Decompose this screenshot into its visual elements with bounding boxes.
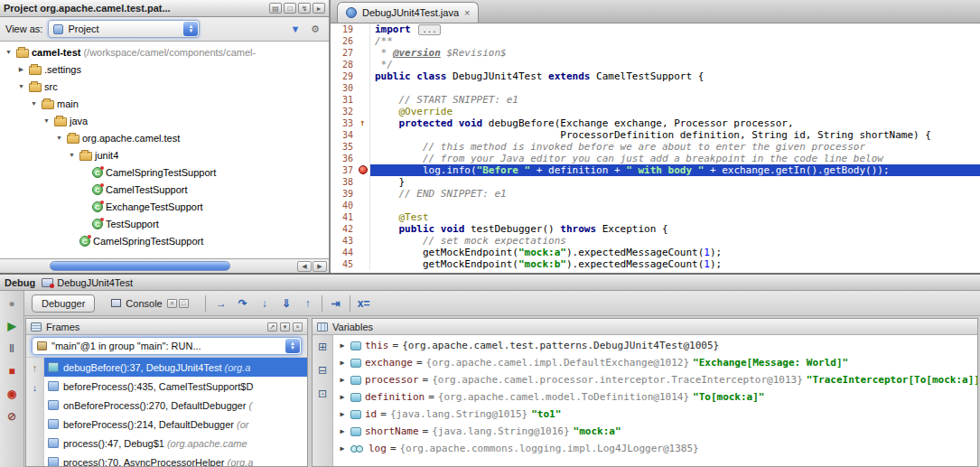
settings-icon[interactable]: ● xyxy=(4,295,20,311)
evaluate-expression-icon[interactable]: x= xyxy=(356,295,372,312)
chevron-down-icon[interactable]: ▼ xyxy=(54,135,64,141)
code-line[interactable]: 34 ProcessorDefinition definition, Strin… xyxy=(331,129,980,141)
tree-item[interactable]: CTestSupport xyxy=(0,215,329,232)
tree-item[interactable]: ▼src xyxy=(0,78,329,95)
pin-icon[interactable]: ≡ xyxy=(167,299,177,308)
code-line[interactable]: 28 */ xyxy=(331,59,980,70)
chevron-right-icon[interactable]: ▶ xyxy=(338,376,347,384)
code-line[interactable]: 19import ... xyxy=(331,23,980,35)
filter-icon[interactable]: ▼ xyxy=(287,22,303,36)
stack-frame-row[interactable]: beforeProcess():435, CamelTestSupport$D xyxy=(44,377,307,396)
variable-row[interactable]: ▶this = {org.apache.camel.test.patterns.… xyxy=(333,337,977,354)
show-watches-icon[interactable]: ⊞ xyxy=(315,340,330,354)
frame-up-icon[interactable]: ↑ xyxy=(28,360,42,374)
tree-item[interactable]: ▼java xyxy=(0,112,329,129)
override-arrow-icon[interactable]: ↑ xyxy=(359,117,365,128)
variable-row[interactable]: ▶exchange = {org.apache.camel.impl.Defau… xyxy=(333,354,977,371)
evaluate-icon[interactable]: ⊟ xyxy=(315,363,330,378)
tree-item[interactable]: ▼org.apache.camel.test xyxy=(0,129,329,146)
tree-item[interactable]: CCamelTestSupport xyxy=(0,181,329,198)
tree-item[interactable]: ▼camel-test (/workspace/camel/components… xyxy=(0,43,329,61)
chevron-down-icon[interactable]: ▼ xyxy=(4,49,14,55)
float-icon[interactable]: □ xyxy=(179,299,189,308)
mute-breakpoints-icon[interactable]: ⊘ xyxy=(4,408,20,424)
float-pane-icon[interactable]: ↗ xyxy=(267,322,277,332)
float-button[interactable]: □ xyxy=(284,3,296,14)
code-line[interactable]: 37 log.info("Before " + definition + " w… xyxy=(331,164,980,176)
view-as-combo[interactable]: Project ▲▼ xyxy=(48,20,200,38)
hide-button[interactable]: ↯ xyxy=(298,3,311,14)
code-line[interactable]: 30 xyxy=(331,82,980,94)
show-execution-point-icon[interactable]: → xyxy=(213,295,229,312)
code-line[interactable]: 38 } xyxy=(331,176,980,188)
scrollbar-thumb[interactable] xyxy=(50,261,230,271)
chevron-right-icon[interactable]: ▶ xyxy=(16,66,26,73)
chevron-right-icon[interactable]: ▶ xyxy=(338,393,347,401)
chevron-down-icon[interactable]: ▼ xyxy=(29,100,39,107)
step-over-icon[interactable]: ↷ xyxy=(235,295,251,312)
step-out-icon[interactable]: ↑ xyxy=(300,295,316,312)
combo-arrows-icon[interactable]: ▲▼ xyxy=(183,22,198,36)
editor-tab[interactable]: DebugJUnit4Test.java × xyxy=(337,2,479,23)
horizontal-scrollbar[interactable]: ◀ ▶ xyxy=(0,258,329,273)
force-step-into-icon[interactable]: ⇓ xyxy=(278,295,294,312)
variable-row[interactable]: ▶id = {java.lang.String@1015}"to1" xyxy=(333,406,977,423)
combo-arrows-icon[interactable]: ▲▼ xyxy=(285,339,300,353)
tree-item[interactable]: ▶.settings xyxy=(0,61,329,78)
code-line[interactable]: 31 // START SNIPPET: e1 xyxy=(331,94,980,106)
variable-row[interactable]: ▶log = {org.apache.commons.logging.impl.… xyxy=(333,440,977,457)
view-breakpoints-icon[interactable]: ◉ xyxy=(4,386,20,401)
code-line[interactable]: 32 @Override xyxy=(331,106,980,117)
chevron-right-icon[interactable]: ▶ xyxy=(338,410,347,418)
debug-session-tab[interactable]: DebugJUnit4Test xyxy=(42,277,133,288)
scroll-left-icon[interactable]: ◀ xyxy=(297,261,312,272)
dock-button[interactable]: ▤ xyxy=(269,3,282,14)
stack-frame-row[interactable]: onBeforeProcess():270, DefaultDebugger ( xyxy=(44,396,307,415)
code-area[interactable]: 19import ...26/**27 * @version $Revision… xyxy=(331,23,980,273)
stack-frame-row[interactable]: beforeProcess():214, DefaultDebugger (or xyxy=(44,415,307,434)
tree-item[interactable]: CExchangeTestSupport xyxy=(0,198,329,215)
add-watch-icon[interactable]: ⊡ xyxy=(315,387,330,401)
close-icon[interactable]: × xyxy=(464,7,470,18)
tree-item[interactable]: CCamelSpringTestSupport xyxy=(0,232,329,249)
code-line[interactable]: 45 getMockEndpoint("mock:b").expectedMes… xyxy=(331,258,980,270)
code-line[interactable]: 36 // from your Java editor you can just… xyxy=(331,153,980,164)
chevron-down-icon[interactable]: ▼ xyxy=(42,117,51,124)
frame-down-icon[interactable]: ↓ xyxy=(28,380,42,394)
code-line[interactable]: 26/** xyxy=(331,35,980,47)
chevron-right-icon[interactable]: ▶ xyxy=(338,359,347,367)
chevron-down-icon[interactable]: ▼ xyxy=(16,83,26,89)
variable-row[interactable]: ▶shortName = {java.lang.String@1016}"moc… xyxy=(333,423,977,440)
chevron-right-icon[interactable]: ▶ xyxy=(338,444,347,453)
code-line[interactable]: 42 public void testDebugger() throws Exc… xyxy=(331,223,980,235)
code-line[interactable]: 40 xyxy=(331,200,980,211)
code-line[interactable]: 44 getMockEndpoint("mock:a").expectedMes… xyxy=(331,247,980,258)
breakpoint-icon[interactable] xyxy=(359,165,368,174)
tree-item[interactable]: ▼junit4 xyxy=(0,146,329,163)
minimize-pane-icon[interactable]: ▾ xyxy=(280,322,290,332)
stack-frame-row[interactable]: process():70, AsyncProcessorHelper (org.… xyxy=(44,453,307,466)
step-into-icon[interactable]: ↓ xyxy=(257,295,273,312)
scroll-source-button[interactable]: ▸ xyxy=(313,3,325,14)
stop-icon[interactable]: ■ xyxy=(4,363,20,378)
run-to-cursor-icon[interactable]: ⇥ xyxy=(328,295,344,312)
code-line[interactable]: 35 // this method is invoked before we a… xyxy=(331,141,980,153)
tree-item[interactable]: ▼main xyxy=(0,95,329,112)
code-line[interactable]: 41 @Test xyxy=(331,211,980,223)
chevron-down-icon[interactable]: ▼ xyxy=(67,152,77,158)
stack-frame-row[interactable]: process():47, Debug$1 (org.apache.came xyxy=(44,434,307,453)
chevron-right-icon[interactable]: ▶ xyxy=(338,341,347,350)
tree-item[interactable]: CCamelSpringTestSupport xyxy=(0,163,329,181)
stack-frame-row[interactable]: debugBefore():37, DebugJUnit4Test (org.a xyxy=(44,358,307,377)
code-line[interactable]: 43 // set mock expectations xyxy=(331,235,980,247)
chevron-right-icon[interactable]: ▶ xyxy=(338,427,347,435)
tab-console[interactable]: Console ≡□ xyxy=(102,295,197,312)
code-line[interactable]: 27 * @version $Revision$ xyxy=(331,47,980,59)
code-line[interactable]: 33↑ protected void debugBefore(Exchange … xyxy=(331,117,980,129)
gear-icon[interactable]: ⚙ xyxy=(307,22,323,36)
pause-icon[interactable]: ‖ xyxy=(4,341,20,356)
close-pane-icon[interactable]: × xyxy=(293,322,303,332)
resume-icon[interactable]: ▶ xyxy=(4,318,20,333)
variable-row[interactable]: ▶definition = {org.apache.camel.model.To… xyxy=(333,388,977,406)
thread-selector[interactable]: "main"@1 in group "main": RUN... ▲▼ xyxy=(32,337,302,355)
